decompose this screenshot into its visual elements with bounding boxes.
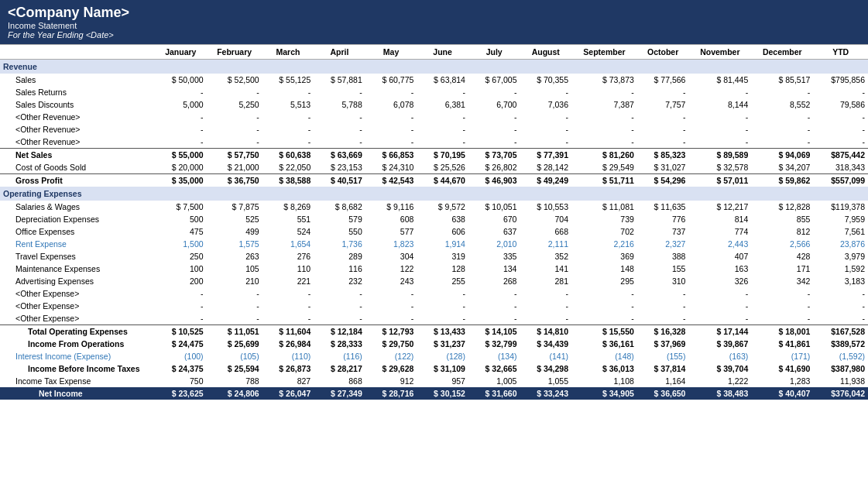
income-before-tax-row: Income Before Income Taxes $ 24,375 $ 25… [0,362,868,375]
sales-row: Sales $ 50,000 $ 52,500 $ 55,125 $ 57,88… [0,74,868,86]
col-header-ytd: YTD [813,45,868,60]
col-header-jul: July [468,45,520,60]
col-header-jun: June [417,45,468,60]
col-header-label [0,45,155,60]
gross-profit-row: Gross Profit $ 35,000 $ 36,750 $ 38,588 … [0,174,868,187]
sales-ytd: $795,856 [813,74,868,86]
total-ops-row: Total Operating Expenses $ 10,525 $ 11,0… [0,325,868,338]
sales-aug: $ 70,355 [520,74,571,86]
sales-may: $ 60,775 [365,74,417,86]
col-header-dec: December [751,45,813,60]
other-rev1-row: <Other Revenue> - - - - - - - - - - - - … [0,111,868,123]
col-header-jan: January [155,45,207,60]
col-header-apr: April [314,45,365,60]
col-header-oct: October [637,45,689,60]
income-ops-row: Income From Operations $ 24,475 $ 25,699… [0,338,868,350]
advertising-row: Advertising Expenses 200 210 221 232 243… [0,275,868,287]
revenue-section-header: Revenue [0,60,868,74]
cogs-row: Cost of Goods Sold $ 20,000 $ 21,000 $ 2… [0,161,868,174]
travel-row: Travel Expenses 250 263 276 289 304 319 … [0,250,868,263]
sales-returns-label: Sales Returns [0,86,155,98]
other-rev3-row: <Other Revenue> - - - - - - - - - - - - … [0,136,868,149]
tax-row: Income Tax Expense 750 788 827 868 912 9… [0,375,868,387]
sales-mar: $ 55,125 [262,74,314,86]
col-header-sep: September [571,45,637,60]
income-statement-table: January February March April May June Ju… [0,44,868,400]
sales-oct: $ 77,566 [637,74,689,86]
interest-row: Interest Income (Expense) (100) (105) (1… [0,350,868,362]
company-name: <Company Name> [8,5,860,21]
net-sales-row: Net Sales $ 55,000 $ 57,750 $ 60,638 $ 6… [0,149,868,162]
sales-dec: $ 85,517 [751,74,813,86]
report-period: For the Year Ending <Date> [8,30,860,39]
sales-discounts-row: Sales Discounts 5,000 5,250 5,513 5,788 … [0,98,868,111]
office-row: Office Expenses 475 499 524 550 577 606 … [0,225,868,238]
depreciation-row: Depreciation Expenses 500 525 551 579 60… [0,213,868,225]
page-header: <Company Name> Income Statement For the … [0,0,868,44]
sales-feb: $ 52,500 [207,74,262,86]
col-header-nov: November [688,45,751,60]
col-header-aug: August [520,45,571,60]
report-title: Income Statement [8,21,860,30]
col-header-feb: February [207,45,262,60]
rent-row: Rent Expense 1,500 1,575 1,654 1,736 1,8… [0,238,868,250]
salaries-row: Salaries & Wages $ 7,500 $ 7,875 $ 8,269… [0,201,868,213]
other-exp1-row: <Other Expense> - - - - - - - - - - - - … [0,287,868,300]
operating-label: Operating Expenses [0,187,868,201]
sales-returns-row: Sales Returns - - - - - - - - - - - - - [0,86,868,98]
sales-jun: $ 63,814 [417,74,468,86]
other-exp2-row: <Other Expense> - - - - - - - - - - - - … [0,300,868,312]
revenue-label: Revenue [0,60,868,74]
other-rev2-row: <Other Revenue> - - - - - - - - - - - - … [0,123,868,136]
column-headers: January February March April May June Ju… [0,45,868,60]
maintenance-row: Maintenance Expenses 100 105 110 116 122… [0,263,868,275]
sales-apr: $ 57,881 [314,74,365,86]
col-header-may: May [365,45,417,60]
sales-jan: $ 50,000 [155,74,207,86]
sales-label: Sales [0,74,155,86]
sales-jul: $ 67,005 [468,74,520,86]
sales-nov: $ 81,445 [688,74,751,86]
sales-sep: $ 73,873 [571,74,637,86]
net-income-row: Net Income $ 23,625 $ 24,806 $ 26,047 $ … [0,387,868,400]
operating-expenses-section-header: Operating Expenses [0,187,868,201]
other-exp3-row: <Other Expense> - - - - - - - - - - - - … [0,312,868,325]
col-header-mar: March [262,45,314,60]
